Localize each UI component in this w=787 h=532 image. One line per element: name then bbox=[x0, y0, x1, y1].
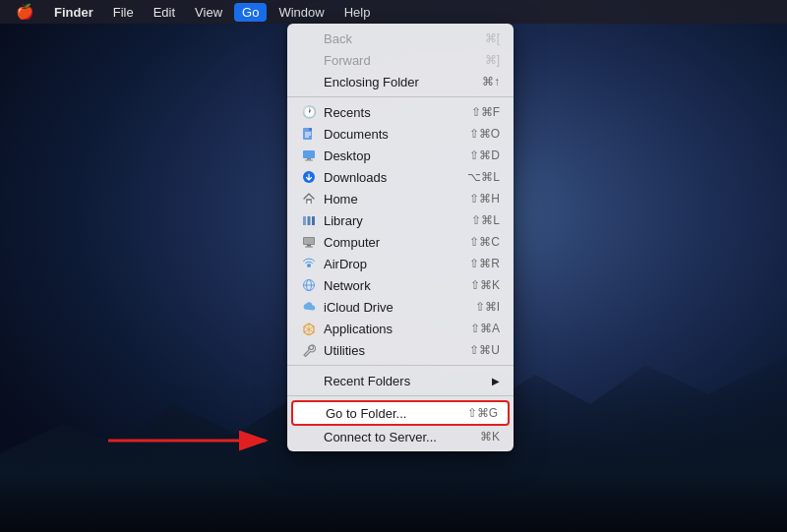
desktop: 🍎 Finder File Edit View Go Window Help B… bbox=[0, 0, 787, 532]
menu-item-network[interactable]: Network ⇧⌘K bbox=[287, 274, 514, 296]
menu-item-connect-label: Connect to Server... bbox=[324, 430, 480, 444]
svg-rect-1 bbox=[309, 128, 312, 131]
menubar-window[interactable]: Window bbox=[271, 3, 332, 22]
menu-item-connect-to-server[interactable]: Connect to Server... ⌘K bbox=[287, 426, 514, 447]
menu-item-applications-shortcut: ⇧⌘A bbox=[470, 322, 500, 335]
icloud-drive-icon bbox=[301, 299, 317, 315]
svg-rect-10 bbox=[308, 201, 311, 204]
desktop-icon bbox=[301, 148, 317, 163]
menu-item-desktop-label: Desktop bbox=[324, 148, 469, 163]
back-icon bbox=[301, 30, 317, 46]
go-to-folder-icon bbox=[303, 405, 319, 421]
menu-item-downloads-shortcut: ⌥⌘L bbox=[467, 170, 500, 184]
menu-item-forward[interactable]: Forward ⌘] bbox=[287, 49, 514, 71]
menubar-file[interactable]: File bbox=[105, 3, 142, 22]
applications-icon bbox=[301, 321, 317, 336]
menu-item-library-shortcut: ⇧⌘L bbox=[471, 213, 500, 227]
menu-item-connect-shortcut: ⌘K bbox=[480, 430, 500, 443]
menu-item-utilities-shortcut: ⇧⌘U bbox=[469, 343, 500, 357]
menubar-finder[interactable]: Finder bbox=[46, 3, 101, 22]
separator-1 bbox=[287, 96, 514, 97]
menu-item-computer[interactable]: Computer ⇧⌘C bbox=[287, 231, 514, 253]
menu-item-documents-shortcut: ⇧⌘O bbox=[469, 127, 500, 141]
svg-point-18 bbox=[307, 264, 311, 267]
airdrop-icon bbox=[301, 256, 317, 271]
menu-item-downloads[interactable]: Downloads ⌥⌘L bbox=[287, 166, 514, 188]
menu-item-back[interactable]: Back ⌘[ bbox=[287, 28, 514, 49]
menu-item-network-label: Network bbox=[324, 278, 470, 293]
menubar-edit[interactable]: Edit bbox=[146, 3, 183, 22]
submenu-arrow: ▶ bbox=[492, 376, 500, 386]
menu-item-forward-label: Forward bbox=[324, 53, 485, 68]
svg-rect-15 bbox=[304, 238, 314, 244]
menu-item-home[interactable]: Home ⇧⌘H bbox=[287, 188, 514, 209]
svg-rect-13 bbox=[312, 216, 315, 225]
menu-item-back-label: Back bbox=[324, 31, 485, 46]
documents-icon bbox=[301, 126, 317, 142]
menu-item-applications-label: Applications bbox=[324, 322, 470, 336]
menu-item-network-shortcut: ⇧⌘K bbox=[470, 278, 500, 292]
svg-rect-17 bbox=[305, 247, 313, 248]
menubar-help[interactable]: Help bbox=[336, 3, 379, 22]
menu-item-icloud-label: iCloud Drive bbox=[324, 300, 475, 315]
menu-item-go-to-folder[interactable]: Go to Folder... ⇧⌘G bbox=[291, 400, 510, 426]
svg-rect-7 bbox=[305, 160, 313, 161]
menu-item-enclosing-shortcut: ⌘↑ bbox=[482, 75, 500, 89]
menubar-go[interactable]: Go bbox=[234, 3, 267, 22]
menu-item-go-to-folder-label: Go to Folder... bbox=[326, 406, 467, 421]
menu-item-desktop[interactable]: Desktop ⇧⌘D bbox=[287, 145, 514, 166]
downloads-icon bbox=[301, 169, 317, 185]
menu-item-icloud-drive[interactable]: iCloud Drive ⇧⌘I bbox=[287, 296, 514, 318]
recents-icon: 🕐 bbox=[301, 104, 317, 120]
menu-item-computer-shortcut: ⇧⌘C bbox=[469, 235, 500, 249]
annotation-arrow bbox=[98, 416, 295, 465]
menu-item-desktop-shortcut: ⇧⌘D bbox=[469, 148, 500, 162]
menu-item-home-label: Home bbox=[324, 192, 469, 207]
forward-icon bbox=[301, 52, 317, 68]
menu-item-library[interactable]: Library ⇧⌘L bbox=[287, 209, 514, 231]
home-icon bbox=[301, 191, 317, 207]
menu-item-utilities-label: Utilities bbox=[324, 343, 469, 358]
library-icon bbox=[301, 212, 317, 228]
menu-item-back-shortcut: ⌘[ bbox=[485, 31, 500, 45]
recent-folders-icon bbox=[301, 373, 317, 388]
menu-item-applications[interactable]: Applications ⇧⌘A bbox=[287, 318, 514, 339]
separator-2 bbox=[287, 365, 514, 366]
menubar: 🍎 Finder File Edit View Go Window Help bbox=[0, 0, 787, 24]
menu-item-utilities[interactable]: Utilities ⇧⌘U bbox=[287, 339, 514, 361]
svg-rect-6 bbox=[307, 158, 311, 160]
computer-icon bbox=[301, 234, 317, 250]
svg-rect-12 bbox=[308, 216, 311, 225]
network-icon bbox=[301, 277, 317, 293]
svg-point-22 bbox=[310, 346, 314, 350]
menu-item-enclosing-label: Enclosing Folder bbox=[324, 75, 482, 89]
connect-to-server-icon bbox=[301, 429, 317, 444]
svg-rect-5 bbox=[303, 150, 315, 158]
apple-menu-button[interactable]: 🍎 bbox=[8, 1, 42, 23]
menu-item-recents[interactable]: 🕐 Recents ⇧⌘F bbox=[287, 101, 514, 123]
separator-3 bbox=[287, 395, 514, 396]
menu-item-icloud-shortcut: ⇧⌘I bbox=[475, 300, 500, 314]
menu-item-airdrop-shortcut: ⇧⌘R bbox=[469, 257, 500, 270]
menu-item-documents-label: Documents bbox=[324, 127, 469, 142]
go-menu: Back ⌘[ Forward ⌘] Enclosing Folder ⌘↑ 🕐… bbox=[287, 24, 514, 451]
menubar-view[interactable]: View bbox=[187, 3, 230, 22]
enclosing-folder-icon bbox=[301, 74, 317, 89]
menu-item-documents[interactable]: Documents ⇧⌘O bbox=[287, 123, 514, 145]
menu-item-recents-label: Recents bbox=[324, 105, 471, 120]
menu-item-library-label: Library bbox=[324, 213, 471, 228]
menu-item-forward-shortcut: ⌘] bbox=[485, 53, 500, 67]
menu-item-enclosing-folder[interactable]: Enclosing Folder ⌘↑ bbox=[287, 71, 514, 92]
menu-item-home-shortcut: ⇧⌘H bbox=[469, 192, 500, 206]
menu-item-recents-shortcut: ⇧⌘F bbox=[471, 105, 500, 119]
menu-item-computer-label: Computer bbox=[324, 235, 469, 250]
menu-item-recent-folders[interactable]: Recent Folders ▶ bbox=[287, 370, 514, 391]
menu-item-downloads-label: Downloads bbox=[324, 170, 467, 185]
menu-item-airdrop-label: AirDrop bbox=[324, 257, 469, 271]
menu-item-airdrop[interactable]: AirDrop ⇧⌘R bbox=[287, 253, 514, 274]
svg-rect-16 bbox=[307, 245, 311, 247]
utilities-icon bbox=[301, 342, 317, 358]
menu-item-go-to-folder-shortcut: ⇧⌘G bbox=[467, 406, 498, 420]
svg-rect-11 bbox=[303, 216, 306, 225]
menu-item-recent-folders-label: Recent Folders bbox=[324, 374, 488, 388]
